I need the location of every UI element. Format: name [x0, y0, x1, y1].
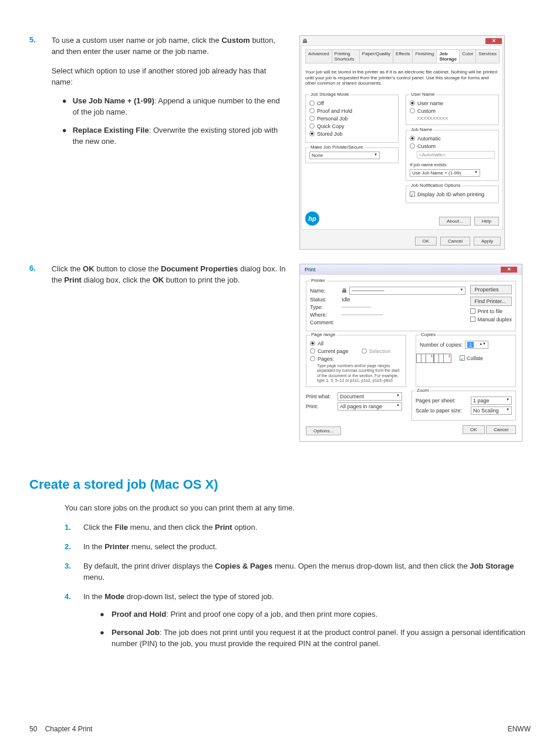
job-storage-mode-legend: Job Storage Mode	[309, 92, 350, 97]
tab-effects[interactable]: Effects	[393, 49, 413, 63]
if-exists-label: If job name exists:	[410, 162, 495, 167]
apply-button[interactable]: Apply	[474, 237, 501, 246]
user-name-legend: User Name	[410, 92, 436, 97]
mode-proof-hold[interactable]: Proof and Hold	[309, 108, 394, 114]
jobname-custom[interactable]: Custom	[410, 143, 495, 149]
range-pages[interactable]: Pages:	[310, 356, 402, 362]
mac-step2-num: 2.	[65, 542, 83, 553]
mac-step4-bullet2: Personal Job: The job does not print unt…	[112, 627, 531, 650]
mode-off[interactable]: Off	[309, 100, 394, 106]
bullet-dot: ●	[62, 96, 73, 118]
mac-step1: Click the File menu, and then click the …	[83, 522, 531, 533]
options-button[interactable]: Options...	[306, 426, 341, 435]
if-exists-select[interactable]: Use Job Name + (1-99)▼	[410, 169, 480, 177]
mac-step1-num: 1.	[65, 522, 83, 533]
zoom-legend: Zoom	[416, 388, 430, 393]
dialog-description: Your job will be stored in the printer a…	[305, 69, 499, 86]
step6-number: 6.	[29, 264, 49, 273]
step5-bullet1: Use Job Name + (1-99): Append a unique n…	[73, 96, 286, 118]
printer-section-legend: Printer	[310, 278, 326, 283]
tab-job-storage[interactable]: Job Storage	[436, 49, 460, 63]
cancel-button[interactable]: Cancel	[486, 425, 516, 434]
collate-icon: 321 321	[420, 354, 451, 363]
mac-step4-bullet1: Proof and Hold: Print and proof one copy…	[112, 609, 377, 620]
chevron-down-icon: ▼	[396, 404, 400, 409]
tab-printing-shortcuts[interactable]: Printing Shortcuts	[332, 49, 360, 63]
tab-advanced[interactable]: Advanced	[305, 49, 332, 63]
step6-para: Click the OK button to close the Documen…	[52, 264, 286, 286]
collate-checkbox[interactable]: Collate	[460, 355, 483, 361]
range-current[interactable]: Current page	[310, 348, 349, 354]
chevron-down-icon: ▼	[374, 153, 377, 158]
step5-bullet2: Replace Existing File: Overwrite the exi…	[73, 125, 286, 147]
close-icon[interactable]: ✕	[485, 38, 502, 44]
mode-stored-job[interactable]: Stored Job	[309, 131, 394, 137]
range-selection: Selection	[362, 348, 391, 354]
ok-button[interactable]: OK	[415, 237, 437, 246]
notify-legend: Job Notification Options	[410, 183, 462, 188]
print-title: Print	[305, 267, 316, 273]
range-all[interactable]: All	[310, 341, 402, 347]
properties-dialog: 🖶 ✕ Advanced Printing Shortcuts Paper/Qu…	[299, 35, 505, 250]
job-name-legend: Job Name	[410, 127, 433, 132]
make-private-legend: Make Job Private/Secure	[309, 145, 364, 150]
type-label: Type:	[310, 304, 339, 310]
where-label: Where:	[310, 312, 339, 318]
step5-number: 5.	[29, 35, 49, 44]
print-range-select[interactable]: All pages in range▼	[338, 402, 402, 411]
mode-personal-job[interactable]: Personal Job	[309, 116, 394, 122]
hp-logo: hp	[305, 211, 319, 226]
bullet-dot: ●	[100, 627, 112, 650]
copies-spinner[interactable]: 1▲▼	[465, 341, 488, 349]
step5-para2: Select which option to use if another st…	[52, 66, 286, 88]
status-label: Status:	[310, 297, 339, 303]
mac-step4: In the Mode drop-down list, select the t…	[83, 592, 531, 652]
pages-per-label: Pages per sheet:	[416, 398, 468, 404]
page-range-legend: Page range	[310, 332, 336, 337]
private-select[interactable]: None▼	[309, 152, 380, 159]
jobname-automatic[interactable]: Automatic	[410, 136, 495, 142]
help-button[interactable]: Help	[474, 217, 499, 226]
print-what-select[interactable]: Document▼	[338, 392, 402, 401]
mac-step3-num: 3.	[65, 561, 83, 583]
comment-label: Comment:	[310, 320, 339, 325]
tab-bar: Advanced Printing Shortcuts Paper/Qualit…	[305, 49, 499, 63]
properties-button[interactable]: Properties	[470, 285, 512, 294]
jobname-value: <Automatic>	[417, 151, 495, 159]
tab-services[interactable]: Services	[475, 49, 500, 63]
find-printer-button[interactable]: Find Printer...	[470, 297, 512, 306]
mode-quick-copy[interactable]: Quick Copy	[309, 123, 394, 129]
username-username[interactable]: User name	[410, 100, 495, 106]
footer-right: ENWW	[508, 725, 531, 733]
mac-step4-num: 4.	[65, 592, 83, 652]
chevron-down-icon: ▼	[506, 398, 510, 404]
printer-icon: 🖶	[302, 38, 308, 44]
scale-label: Scale to paper size:	[416, 408, 468, 414]
range-hint: Type page numbers and/or page ranges sep…	[317, 364, 402, 384]
name-label: Name:	[310, 288, 339, 294]
display-job-id-checkbox[interactable]: Display Job ID when printing	[410, 191, 495, 197]
mac-step2: In the Printer menu, select the product.	[83, 542, 531, 553]
copies-legend: Copies	[420, 332, 437, 337]
pages-per-select[interactable]: 1 page▼	[471, 396, 512, 405]
username-custom[interactable]: Custom	[410, 108, 495, 114]
chevron-down-icon: ▼	[474, 170, 478, 176]
printer-select[interactable]: ━━━━━━━━━━━▼	[349, 287, 465, 295]
tab-color[interactable]: Color	[459, 49, 476, 63]
printer-icon: 🖶	[342, 288, 347, 294]
chevron-down-icon: ▼	[460, 288, 464, 294]
cancel-button[interactable]: Cancel	[440, 237, 470, 246]
about-button[interactable]: About...	[439, 217, 471, 226]
close-icon[interactable]: ✕	[501, 267, 517, 273]
tab-paper-quality[interactable]: Paper/Quality	[359, 49, 393, 63]
mac-step3: By default, the print driver displays th…	[83, 561, 531, 583]
scale-select[interactable]: No Scaling▼	[471, 406, 512, 415]
print-to-file-checkbox[interactable]: Print to file	[470, 308, 512, 314]
bullet-dot: ●	[62, 125, 73, 147]
tab-finishing[interactable]: Finishing	[412, 49, 437, 63]
chevron-down-icon: ▼	[396, 394, 400, 399]
copies-label: Number of copies:	[420, 342, 463, 348]
manual-duplex-checkbox[interactable]: Manual duplex	[470, 317, 512, 322]
ok-button[interactable]: OK	[463, 425, 485, 434]
step5-para1: To use a custom user name or job name, c…	[52, 35, 286, 58]
